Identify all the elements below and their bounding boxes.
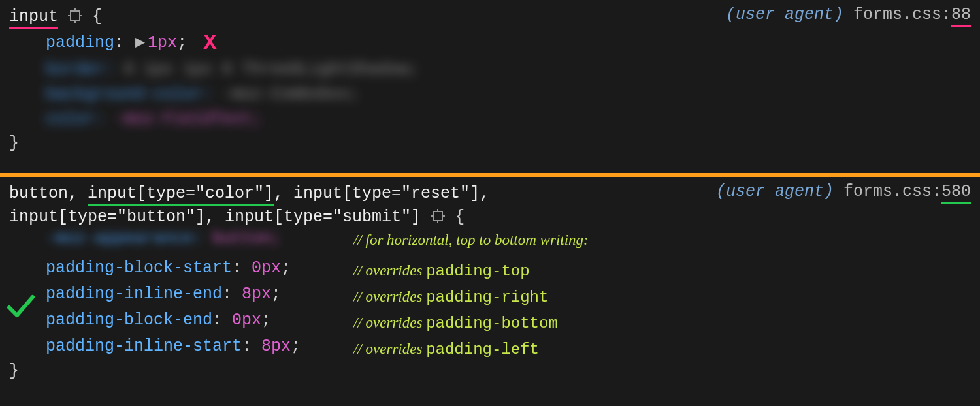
comment-override: // overrides padding-bottom [353,310,558,337]
declaration-padding[interactable]: padding: ▶1px; X [9,29,971,54]
user-agent-label: (user agent) [716,182,834,201]
comment-override: // overrides padding-left [353,336,539,363]
comment-override: // overrides padding-top [353,258,530,285]
decl-row-3[interactable]: padding-inline-start: 8px; // overrides … [9,334,971,360]
comment-heading: // for horizontal, top to bottom writing… [353,232,589,249]
blurred-declarations-1: border: 0 1px 1px 0 ThreeDLightShadow; b… [9,57,971,132]
open-brace: { [92,7,102,26]
property-value: 1px [148,33,177,52]
target-icon[interactable] [68,8,82,23]
svg-rect-5 [433,211,442,221]
svg-rect-0 [71,11,80,20]
property-value: 0px [252,258,281,277]
source-link-panel2: (user agent) forms.css:580 [716,182,971,201]
property-value: 8px [242,285,271,304]
selector-input-color: input[type="color"] [88,184,274,206]
source-line[interactable]: 580 [941,182,971,204]
target-icon[interactable] [431,209,445,223]
comment-override: // overrides padding-right [353,284,548,311]
property-name: padding-inline-start [46,337,242,356]
source-file[interactable]: forms.css [843,182,932,201]
blurred-declaration-2: -moz-appearance: button; // for horizont… [9,229,971,255]
user-agent-label: (user agent) [726,5,843,24]
expand-triangle-icon[interactable]: ▶ [135,31,145,55]
checkmark-icon [7,293,35,319]
decl-row-2[interactable]: padding-block-end: 0px; // overrides pad… [9,307,971,334]
property-name: padding [46,33,114,52]
selector-line-2b[interactable]: input[type="button"], input[type="submit… [9,206,971,229]
css-rule-panel-input: (user agent) forms.css:88 input { paddin… [0,0,980,173]
property-value: 8px [261,337,291,356]
close-brace: } [9,360,971,383]
property-name: padding-inline-end [46,285,222,304]
decl-row-1[interactable]: padding-inline-end: 8px; // overrides pa… [9,281,971,307]
x-mark-icon: X [197,31,216,55]
close-brace: } [9,132,971,155]
selector-input[interactable]: input [9,7,58,29]
property-name: padding-block-end [46,311,212,330]
property-value: 0px [232,311,261,330]
open-brace: { [455,208,465,226]
source-link-panel1: (user agent) forms.css:88 [726,5,971,24]
css-rule-panel-button: (user agent) forms.css:580 button, input… [0,177,980,406]
source-line[interactable]: 88 [951,5,971,27]
source-file[interactable]: forms.css [853,5,941,24]
decl-row-0[interactable]: padding-block-start: 0px; // overrides p… [9,255,971,281]
property-name: padding-block-start [46,258,232,277]
